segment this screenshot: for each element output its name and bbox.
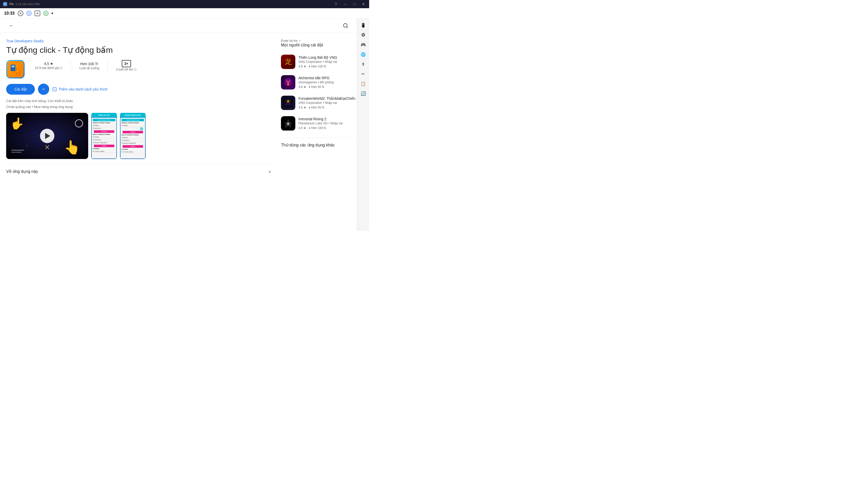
screenshot-easy-use[interactable]: Easy to use Auto Clicker (Free) SINGLE T…	[91, 113, 117, 159]
toolbar-icon-globe[interactable]: 🌐	[359, 50, 368, 59]
app-item-forsakenworld[interactable]: ForsakenWorld2: ThầnMaĐạiChiến VNG Corpo…	[281, 93, 363, 113]
app-item-alchemist[interactable]: Alchemist Idle RPG omonagames • Mô phỏng…	[281, 72, 363, 93]
mini-dot-s3	[122, 140, 123, 141]
mini-row4: Manage configurations	[93, 141, 115, 144]
install-button[interactable]: Cài đặt	[6, 84, 35, 95]
toolbar-icon-upload[interactable]: ⬆	[359, 60, 368, 69]
meta-stats: 4,5 ★ 24 N bài đánh giá ⓘ Hơn 100 Tr	[35, 60, 136, 72]
help-icon[interactable]: ?	[333, 2, 338, 6]
rating: 3,5 ★	[299, 106, 306, 109]
screenshot-video[interactable]: 👆 👆	[6, 113, 88, 159]
mini-row: Instructions	[93, 127, 115, 130]
app-info-thienlongbatbo: Thiên Long Bát Bộ VNG VNG Corporation • …	[299, 56, 363, 68]
titlebar-version: 5.21.218.1001 P64	[16, 3, 39, 6]
app-meta: 4,9 ★ ⬇ Hơn 100 N	[299, 65, 363, 68]
age-label: 3 tuổi trở lên ⓘ	[116, 68, 136, 72]
toolbar-icon-edit[interactable]: ✏	[359, 69, 368, 78]
mini-dot-s2	[122, 137, 123, 138]
action-row: Cài đặt Thêm vào danh sách yêu thích	[6, 83, 271, 95]
try-more-section[interactable]: Thử dùng các ứng dụng khác →	[281, 138, 363, 148]
star-icon: ★	[304, 126, 306, 130]
play-icon	[45, 133, 50, 139]
rating: 4,6 ★	[299, 85, 306, 89]
app-name: Immortal Rising 2	[299, 117, 363, 121]
install-note: Cài đặt trên máy tính bảng. Còn thiết bị…	[6, 99, 271, 103]
app-header: ← ⋮	[0, 18, 369, 33]
mini-dot4	[93, 142, 94, 143]
side-toolbar: 📱 🎮 🌐 ⬆ ✏ 📋 🔄	[357, 18, 369, 231]
minimize-icon[interactable]: ─	[342, 2, 348, 6]
status-time: 10:33	[4, 11, 15, 16]
app-icon	[6, 60, 25, 78]
hand-decoration2: 👆	[10, 117, 24, 130]
downloads-value: Hơn 100 Tr	[80, 62, 98, 66]
mini-dot-s	[122, 125, 123, 126]
info-icon2[interactable]: ⓘ	[134, 68, 136, 71]
wishlist-button[interactable]: Thêm vào danh sách yêu thích	[52, 87, 108, 92]
right-column: Được tài trợ • Mọi người cũng cài đặt ⋮ …	[281, 39, 363, 224]
mini-row-s2: Settings	[122, 136, 144, 139]
play-button[interactable]	[40, 129, 54, 143]
app-item-thienlongbatbo[interactable]: 龙 Thiên Long Bát Bộ VNG VNG Corporation …	[281, 51, 363, 72]
app-info-immortal: Immortal Rising 2 Planetarium Labs SG • …	[299, 117, 363, 130]
titlebar: P Pie 5.21.218.1001 P64 ? ─ □ ✕	[0, 0, 369, 8]
left-column: True Developers Studio Tự động click - T…	[6, 39, 271, 224]
google-icon: G	[27, 11, 32, 16]
back-button[interactable]: ←	[6, 20, 16, 31]
main-layout: ← ⋮ True Developers Studio Tự động click…	[0, 18, 369, 231]
download-icon: ⬇	[308, 127, 310, 129]
divider	[71, 61, 71, 71]
mini-header-2: Single target mode	[120, 113, 146, 117]
app-icon-alchemist	[281, 75, 295, 90]
app-icon-inner	[7, 61, 23, 77]
download-icon: ⬇	[308, 65, 310, 68]
toolbar-icon-gamepad[interactable]: 🎮	[359, 40, 368, 49]
app-dev: omonagames • Mô phỏng	[299, 80, 363, 84]
mini-row2: Settings	[93, 136, 115, 139]
sponsored-text: Được tài trợ •	[281, 39, 323, 43]
app-info-forsakenworld: ForsakenWorld2: ThầnMaĐạiChiến VNG Corpo…	[299, 96, 363, 109]
toolbar-icon-settings[interactable]	[359, 30, 368, 40]
app-name: ForsakenWorld2: ThầnMaĐạiChiến	[299, 96, 363, 100]
info-icon[interactable]: ⓘ	[60, 66, 63, 69]
screenshot-single-target[interactable]: Single target mode Auto Clicker (Free) S…	[120, 113, 146, 159]
svg-point-0	[343, 24, 347, 27]
close-icon[interactable]: ✕	[361, 2, 366, 6]
downloads: ⬇ Hơn 100 N	[308, 126, 326, 130]
dropdown-button[interactable]	[38, 83, 49, 95]
app-list: 龙 Thiên Long Bát Bộ VNG VNG Corporation …	[281, 51, 363, 134]
app-item-immortal[interactable]: Immortal Rising 2 Planetarium Labs SG • …	[281, 113, 363, 134]
maximize-icon[interactable]: □	[352, 2, 357, 6]
mini-dot2	[93, 137, 94, 138]
app-icon-thienlongbatbo: 龙	[281, 55, 295, 69]
app-info-alchemist: Alchemist Idle RPG omonagames • Mô phỏng…	[299, 76, 363, 89]
star-icon: ★	[304, 85, 306, 89]
enable-btn-s: ENABLE	[123, 145, 143, 148]
toolbar-icon-clipboard[interactable]: 📋	[359, 79, 368, 88]
toolbar-icon-refresh[interactable]: 🔄	[359, 89, 368, 98]
search-button[interactable]	[340, 20, 351, 31]
developer-name[interactable]: True Developers Studio	[6, 39, 271, 43]
mini-dot-s4	[122, 143, 123, 144]
icon-inner	[281, 116, 295, 130]
statusbar: 10:33 A G A G	[0, 8, 369, 18]
mini-dot	[93, 128, 94, 129]
mini-row-s3: Instructions	[122, 139, 144, 142]
rating: 4,9 ★	[299, 65, 306, 68]
mini-row5: Common settings	[93, 150, 115, 153]
mini-row: Settings	[93, 124, 115, 127]
downloads-stat: Hơn 100 Tr Lượt tải xuống	[79, 62, 99, 70]
account2-icon: A	[35, 11, 40, 16]
download-icon: ⬇	[308, 106, 310, 109]
mini-dot5	[93, 151, 94, 152]
about-section[interactable]: Về ứng dụng này ›	[6, 164, 271, 174]
app-title: Tự động click - Tự động bấm	[6, 45, 271, 55]
icon-inner	[281, 96, 295, 110]
toolbar-icon-phone[interactable]: 📱	[359, 20, 368, 30]
app-icon: P	[3, 2, 7, 6]
app-icon-immortal	[281, 116, 295, 130]
account-icon: A	[18, 11, 23, 16]
rating: 4,9 ★	[299, 126, 306, 130]
enable-btn2: ENABLE	[94, 145, 114, 147]
star-icon: ★	[304, 65, 306, 68]
